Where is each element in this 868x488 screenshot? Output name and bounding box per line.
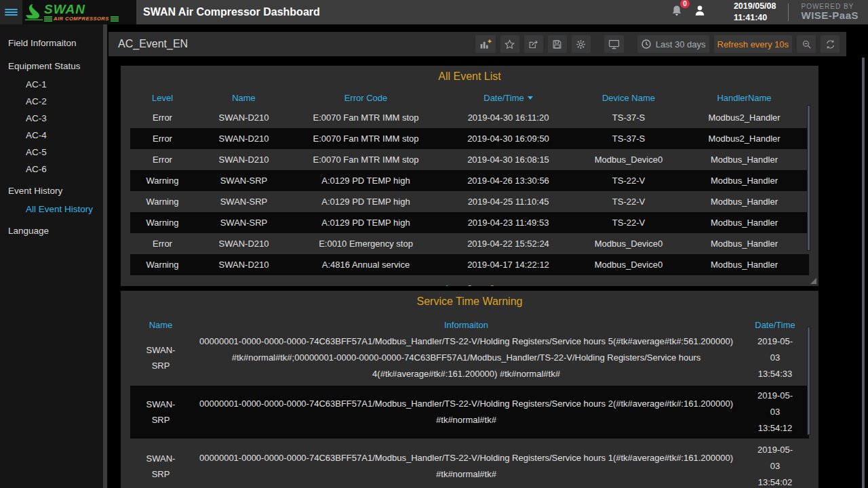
service-information-cell: 00000001-0000-0000-0000-74C63BFF57A1/Mod… [191, 333, 741, 382]
event-cell: Modbus_Device0 [578, 260, 679, 270]
swan-logo[interactable]: SWAN AIR COMPRESSORS [22, 0, 136, 24]
clock-icon [641, 39, 652, 49]
service-information-text: 00000001-0000-0000-0000-74C63BFF57A1/Mod… [191, 396, 741, 428]
event-cell: E:0070 Fan MTR IMM stop [293, 134, 439, 144]
column-header-device-name[interactable]: Device Name [578, 93, 679, 103]
refresh-button[interactable] [821, 35, 840, 53]
event-cell: 2019-04-22 15:52:24 [439, 239, 578, 249]
sidebar-item-ac-5[interactable]: AC-5 [0, 144, 103, 161]
column-header-handlername[interactable]: HandlerName [679, 93, 809, 103]
service-name-cell: SWAN-SRP [130, 333, 191, 382]
sidebar-item-language[interactable]: Language [0, 221, 103, 241]
event-row: WarningSWAN-SRPA:0129 PD TEMP high2019-0… [130, 170, 809, 191]
pagination-page-1[interactable]: 1 [445, 283, 450, 286]
event-cell: SWAN-D210 [195, 113, 293, 123]
event-cell: Modbus_Handler [679, 155, 809, 165]
page-title: SWAN Air Compressor Dashboard [143, 6, 320, 18]
service-datetime-cell: 2019-05-03 13:54:33 [741, 333, 809, 382]
time-range-button[interactable]: Last 30 days [637, 35, 709, 53]
column-header-level[interactable]: Level [130, 93, 195, 103]
sidebar-item-equipment-status[interactable]: Equipment Status [0, 56, 103, 76]
sidebar-scrollbar[interactable] [103, 24, 107, 488]
event-cell: Modbus2_Handler [679, 113, 809, 123]
save-button[interactable] [548, 35, 567, 53]
event-panel-title[interactable]: All Event List [121, 66, 818, 84]
column-header-name[interactable]: Name [130, 320, 191, 330]
gear-icon [575, 39, 587, 50]
sidebar-item-event-history[interactable]: Event History [0, 181, 103, 201]
add-panel-button[interactable] [475, 35, 496, 53]
event-panel-scrollbar[interactable] [807, 105, 810, 251]
star-icon [504, 39, 515, 50]
sidebar: Field InformaitonEquipment StatusAC-1AC-… [0, 24, 103, 488]
service-datetime-text: 2019-05-03 13:54:33 [755, 333, 795, 382]
star-button[interactable] [500, 35, 519, 53]
event-cell: SWAN-SRP [195, 176, 293, 186]
event-cell: 2019-04-23 11:49:53 [439, 218, 578, 228]
event-row: ErrorSWAN-D210E:0070 Fan MTR IMM stop201… [130, 107, 809, 128]
service-datetime-text: 2019-05-03 13:54:02 [755, 442, 795, 488]
pagination-page-3[interactable]: 3 [490, 283, 494, 286]
event-table-header: LevelNameError CodeDate/TimeDevice NameH… [130, 88, 809, 107]
event-cell: Warning [130, 176, 195, 186]
pagination-page-2[interactable]: 2 [467, 283, 472, 286]
hamburger-icon [5, 7, 18, 17]
event-cell: Modbus_Device0 [578, 239, 679, 249]
user-button[interactable] [693, 4, 707, 20]
event-row: WarningSWAN-SRPA:0129 PD TEMP high2019-0… [130, 212, 809, 233]
service-panel-title[interactable]: Service Time Warning [121, 291, 818, 309]
service-information-cell: 00000001-0000-0000-0000-74C63BFF57A1/Mod… [191, 442, 741, 488]
event-row: ErrorSWAN-D210E:0010 Emergency stop2019-… [130, 233, 809, 254]
notifications-button[interactable]: 0 [670, 4, 684, 20]
event-cell: TS-22-V [578, 197, 679, 207]
share-button[interactable] [524, 35, 543, 53]
sidebar-item-field-informaiton[interactable]: Field Informaiton [0, 33, 103, 53]
zoom-out-button[interactable] [797, 35, 816, 53]
dashboard-name[interactable]: AC_Event_EN [118, 38, 188, 50]
service-table: Name Informaiton Date/Time SWAN-SRP00000… [130, 320, 809, 488]
cycle-view-button[interactable] [604, 35, 624, 53]
event-table-body: ErrorSWAN-D210E:0070 Fan MTR IMM stop201… [130, 107, 809, 275]
panel-resize-handle[interactable] [810, 278, 816, 284]
settings-button[interactable] [572, 35, 591, 53]
powered-by: POWERED BY WISE-PaaS [801, 3, 859, 22]
sidebar-item-ac-3[interactable]: AC-3 [0, 110, 103, 127]
header-divider [788, 3, 789, 21]
service-name-cell: SWAN-SRP [130, 442, 191, 488]
event-cell: 2019-04-30 16:11:20 [439, 113, 578, 123]
sidebar-item-all-event-history[interactable]: All Event History [0, 201, 103, 218]
column-header-error-code[interactable]: Error Code [293, 93, 439, 103]
event-cell: E:0010 Emergency stop [293, 239, 439, 249]
event-cell: TS-22-V [578, 176, 679, 186]
service-row: SWAN-SRP00000001-0000-0000-0000-74C63BFF… [130, 440, 809, 488]
sidebar-item-ac-6[interactable]: AC-6 [0, 161, 103, 178]
column-header-datetime[interactable]: Date/Time [741, 320, 809, 330]
service-name-text: SWAN-SRP [141, 396, 180, 428]
event-cell: Modbus2_Handler [679, 134, 809, 144]
service-information-cell: 00000001-0000-0000-0000-74C63BFF57A1/Mod… [191, 388, 741, 436]
menu-toggle-button[interactable] [0, 0, 22, 24]
dashboard-toolbar: AC_Event_EN [108, 32, 846, 56]
page-scrollbar[interactable] [862, 58, 865, 488]
event-cell: Modbus_Handler [679, 218, 809, 228]
event-cell: SWAN-D210 [195, 134, 293, 144]
event-cell: Warning [130, 260, 195, 270]
powered-by-line2: WISE-PaaS [801, 10, 859, 22]
service-time-warning-panel: Service Time Warning Name Informaiton Da… [121, 291, 818, 488]
column-header-date-time[interactable]: Date/Time [439, 93, 578, 103]
event-row: WarningSWAN-SRPA:0129 PD TEMP high2019-0… [130, 191, 809, 212]
service-datetime-text: 2019-05-03 13:54:12 [755, 388, 795, 436]
event-cell: E:0070 Fan MTR IMM stop [293, 113, 439, 123]
sidebar-item-ac-4[interactable]: AC-4 [0, 127, 103, 144]
sidebar-item-ac-2[interactable]: AC-2 [0, 93, 103, 110]
service-panel-scrollbar[interactable] [807, 327, 810, 435]
refresh-icon [825, 39, 836, 50]
column-header-name[interactable]: Name [195, 93, 293, 103]
sidebar-item-ac-1[interactable]: AC-1 [0, 76, 103, 93]
event-cell: A:4816 Annual service [293, 260, 439, 270]
event-cell: 2019-04-25 11:10:45 [439, 197, 578, 207]
column-header-information[interactable]: Informaiton [191, 320, 741, 330]
event-cell: SWAN-SRP [195, 218, 293, 228]
service-datetime-cell: 2019-05-03 13:54:12 [741, 388, 809, 436]
refresh-interval-button[interactable]: Refresh every 10s [714, 35, 793, 53]
